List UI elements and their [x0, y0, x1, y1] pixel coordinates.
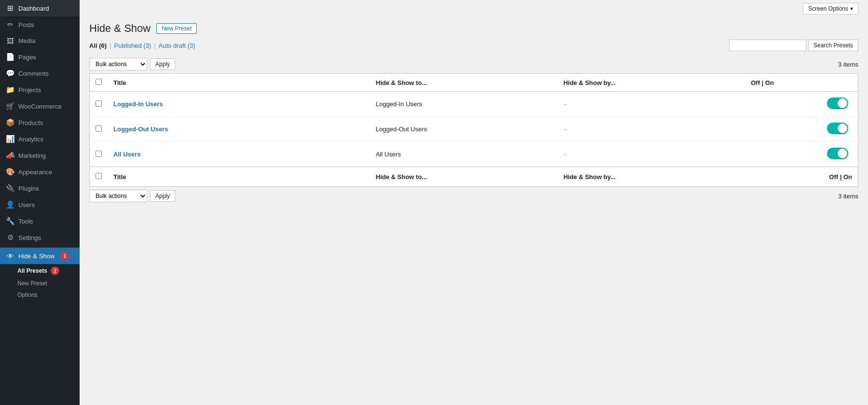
preset-table: Title Hide & Show to... Hide & Show by..… — [89, 73, 858, 187]
new-preset-button[interactable]: New Preset — [156, 23, 197, 34]
row-hide-show-by: – — [558, 117, 745, 142]
page-header: Hide & Show New Preset — [80, 17, 868, 40]
table-header-row: Title Hide & Show to... Hide & Show by..… — [90, 74, 858, 92]
sidebar: ⊞ Dashboard ✏ Posts 🖼 Media 📄 Pages 💬 Co… — [0, 0, 80, 405]
items-count-bottom: 3 items — [838, 193, 858, 200]
row-toggle-cell — [745, 142, 858, 167]
bulk-bar-left: Bulk actions Apply — [89, 58, 175, 70]
row-hide-show-to: Logged-Out Users — [370, 117, 558, 142]
row-title-link[interactable]: All Users — [113, 151, 140, 158]
row-checkbox[interactable] — [96, 100, 102, 107]
woocommerce-icon: 🛒 — [6, 102, 14, 111]
posts-icon: ✏ — [6, 20, 14, 29]
apply-button-bottom[interactable]: Apply — [150, 190, 175, 202]
footer-hide-show-to: Hide & Show to... — [370, 167, 558, 187]
sidebar-item-pages[interactable]: 📄 Pages — [0, 49, 80, 65]
options-sub-label: Options — [17, 292, 37, 298]
sidebar-item-label: Pages — [18, 54, 36, 61]
screen-options-button[interactable]: Screen Options ▾ — [803, 3, 858, 14]
sidebar-item-label: Users — [18, 201, 35, 209]
all-presets-label: All Presets — [17, 267, 47, 274]
sidebar-item-label: WooCommerce — [18, 103, 62, 110]
filter-links: All (6) | Published (3) | Auto draft (3) — [89, 42, 195, 49]
hide-show-icon: 👁 — [6, 252, 14, 260]
users-icon: 👤 — [6, 200, 14, 209]
toggle-switch[interactable] — [827, 123, 848, 134]
filter-auto-draft[interactable]: Auto draft (3) — [159, 42, 195, 49]
screen-options-label: Screen Options — [808, 5, 848, 12]
sidebar-item-posts[interactable]: ✏ Posts — [0, 16, 80, 33]
select-all-footer-checkbox[interactable] — [96, 173, 102, 179]
footer-checkbox-cell — [90, 167, 108, 187]
search-presets-area: Search Presets — [729, 40, 858, 51]
row-title-link[interactable]: Logged-Out Users — [113, 126, 168, 133]
search-presets-input[interactable] — [729, 40, 806, 51]
sidebar-hide-show-label: Hide & Show — [18, 252, 55, 260]
filter-all[interactable]: All (6) — [89, 42, 107, 49]
sidebar-sub-all-presets[interactable]: All Presets 2 — [0, 264, 80, 278]
marketing-icon: 📣 — [6, 151, 14, 160]
table-row: Logged-In Users Logged-In Users – — [90, 92, 858, 117]
sidebar-item-marketing[interactable]: 📣 Marketing — [0, 147, 80, 164]
sidebar-item-woocommerce[interactable]: 🛒 WooCommerce — [0, 98, 80, 114]
sidebar-sub-options[interactable]: Options — [0, 289, 80, 301]
sidebar-item-tools[interactable]: 🔧 Tools — [0, 213, 80, 229]
table-body: Logged-In Users Logged-In Users – Logged… — [90, 92, 858, 167]
search-presets-button[interactable]: Search Presets — [808, 40, 858, 51]
filter-published[interactable]: Published (3) — [114, 42, 152, 49]
sidebar-item-settings[interactable]: ⚙ Settings — [0, 229, 80, 246]
row-title: Logged-Out Users — [108, 117, 370, 142]
table-row: All Users All Users – — [90, 142, 858, 167]
filter-sep-1: | — [110, 42, 111, 49]
footer-off-on: Off | On — [745, 167, 858, 187]
row-checkbox[interactable] — [96, 151, 102, 157]
tools-icon: 🔧 — [6, 217, 14, 225]
row-hide-show-by: – — [558, 92, 745, 117]
row-hide-show-to: All Users — [370, 142, 558, 167]
pages-icon: 📄 — [6, 53, 14, 61]
bulk-actions-select-top[interactable]: Bulk actions — [89, 58, 147, 70]
sidebar-item-media[interactable]: 🖼 Media — [0, 33, 80, 49]
toggle-thumb — [838, 98, 847, 108]
header-hide-show-to: Hide & Show to... — [370, 74, 558, 92]
toggle-thumb — [838, 149, 847, 158]
row-toggle-cell — [745, 92, 858, 117]
filter-bar: All (6) | Published (3) | Auto draft (3)… — [80, 40, 868, 55]
dashboard-icon: ⊞ — [6, 4, 14, 13]
row-title-link[interactable]: Logged-In Users — [113, 100, 163, 108]
row-title: Logged-In Users — [108, 92, 370, 117]
sidebar-item-projects[interactable]: 📁 Projects — [0, 82, 80, 98]
toggle-track — [827, 98, 848, 109]
select-all-checkbox[interactable] — [96, 79, 102, 85]
sidebar-item-plugins[interactable]: 🔌 Plugins — [0, 180, 80, 196]
screen-options-arrow: ▾ — [850, 5, 853, 12]
sidebar-item-label: Media — [18, 37, 35, 44]
media-icon: 🖼 — [6, 37, 14, 45]
sidebar-item-comments[interactable]: 💬 Comments — [0, 65, 80, 82]
toggle-switch[interactable] — [827, 148, 848, 159]
toggle-thumb — [838, 124, 847, 133]
sidebar-sub-new-preset[interactable]: New Preset — [0, 278, 80, 289]
sidebar-item-label: Posts — [18, 21, 34, 28]
analytics-icon: 📊 — [6, 135, 14, 143]
sidebar-item-users[interactable]: 👤 Users — [0, 196, 80, 213]
sidebar-item-label: Projects — [18, 86, 41, 94]
toggle-switch[interactable] — [827, 98, 848, 109]
row-toggle-cell — [745, 117, 858, 142]
sidebar-item-products[interactable]: 📦 Products — [0, 114, 80, 131]
bulk-actions-select-bottom[interactable]: Bulk actions — [89, 190, 147, 202]
projects-icon: 📁 — [6, 85, 14, 94]
sidebar-item-appearance[interactable]: 🎨 Appearance — [0, 164, 80, 180]
top-bulk-bar: Bulk actions Apply 3 items — [89, 55, 858, 73]
sidebar-item-dashboard[interactable]: ⊞ Dashboard — [0, 0, 80, 16]
apply-button-top[interactable]: Apply — [150, 58, 175, 70]
sidebar-item-hide-show[interactable]: 👁 Hide & Show 1 — [0, 248, 80, 264]
page-title: Hide & Show — [89, 22, 151, 35]
row-checkbox[interactable] — [96, 126, 102, 132]
footer-title: Title — [108, 167, 370, 187]
hide-show-badge: 1 — [60, 251, 69, 260]
sidebar-item-analytics[interactable]: 📊 Analytics — [0, 131, 80, 147]
plugins-icon: 🔌 — [6, 184, 14, 193]
header-hide-show-by: Hide & Show by... — [558, 74, 745, 92]
new-preset-sub-label: New Preset — [17, 280, 47, 287]
